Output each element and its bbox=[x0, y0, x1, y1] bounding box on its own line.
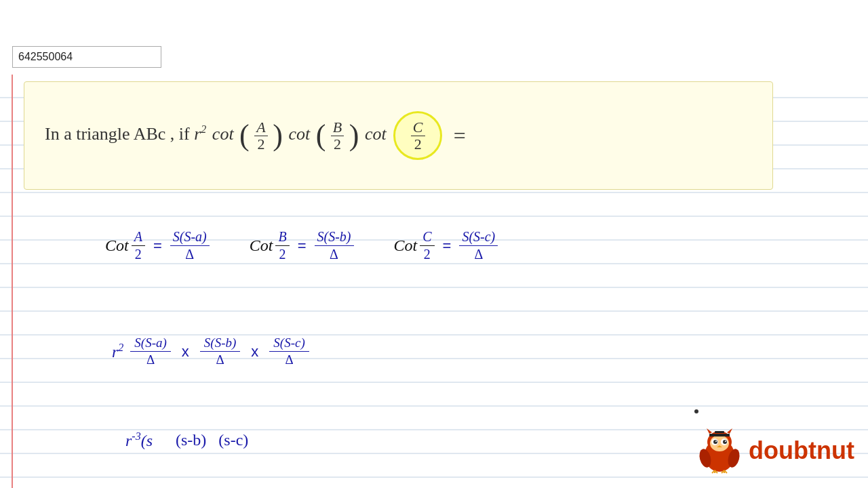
hw-frac-r2-2: S(S-b) Δ bbox=[200, 336, 240, 367]
hw-frac-C2: C 2 bbox=[420, 229, 434, 262]
cot2-label: cot bbox=[288, 124, 310, 144]
formula-row-1: Cot A 2 = S(S-a) Δ Cot B 2 = S(S-b) Δ Co… bbox=[105, 229, 500, 262]
svg-point-10 bbox=[713, 440, 717, 444]
hw-frac-B2: B 2 bbox=[275, 229, 289, 262]
paren-open-2: ( bbox=[316, 119, 326, 152]
hw-frac-ssb: S(S-b) Δ bbox=[315, 229, 354, 262]
frac-C-over-2: C 2 bbox=[411, 120, 425, 152]
svg-rect-15 bbox=[709, 434, 730, 436]
svg-marker-5 bbox=[707, 428, 712, 434]
question-equals: = bbox=[454, 123, 466, 148]
frac-B-over-2: B 2 bbox=[331, 120, 344, 152]
hw-eq2: = bbox=[298, 237, 307, 255]
svg-rect-16 bbox=[715, 431, 724, 433]
hw-eq3: = bbox=[443, 237, 452, 255]
hw-frac-ssc: S(S-c) Δ bbox=[459, 229, 498, 262]
hw-frac-A2: A 2 bbox=[132, 229, 145, 262]
hw-cot2: Cot bbox=[250, 237, 273, 255]
hw-cot3: Cot bbox=[394, 237, 418, 255]
question-prefix: In a triangle ABc , if bbox=[45, 124, 194, 144]
hw-frac-ssa: S(S-a) Δ bbox=[170, 229, 210, 262]
svg-point-13 bbox=[725, 441, 726, 442]
id-text: 642550064 bbox=[18, 51, 73, 63]
hw-eq1: = bbox=[153, 237, 162, 255]
frac-A-over-2: A 2 bbox=[254, 120, 267, 152]
r-squared: r2 bbox=[194, 124, 206, 144]
hw-frac-r2-3: S(S-c) Δ bbox=[269, 336, 309, 367]
formula-row-3: r-3(s (s-b) (s-c) bbox=[125, 430, 248, 450]
doubtnut-brand-text: doubtnut bbox=[749, 436, 854, 465]
id-bar: 642550064 bbox=[12, 46, 161, 68]
hw-frac-r2-1: S(S-a) Δ bbox=[130, 336, 170, 367]
hw-cot1: Cot bbox=[105, 237, 129, 255]
formula-row-2: r2 S(S-a) Δ x S(S-b) Δ x S(S-c) Δ bbox=[112, 336, 312, 367]
paren-close-2: ) bbox=[349, 119, 359, 152]
highlight-c-over-2: C 2 bbox=[393, 111, 442, 160]
cot3-label: cot bbox=[365, 124, 387, 144]
paren-close-1: ) bbox=[273, 119, 283, 152]
question-box: In a triangle ABc , if r2 cot ( A 2 ) co… bbox=[24, 81, 773, 190]
question-text: In a triangle ABc , if r2 cot ( A 2 ) co… bbox=[45, 111, 466, 160]
svg-marker-6 bbox=[727, 428, 732, 434]
hw-times1: x bbox=[182, 343, 189, 361]
doubtnut-logo: doubtnut bbox=[696, 427, 854, 474]
doubtnut-owl-icon bbox=[696, 427, 743, 474]
svg-point-11 bbox=[723, 440, 727, 444]
hw-row3-partial: (s-b) (s-c) bbox=[155, 431, 248, 449]
hw-times2: x bbox=[251, 343, 258, 361]
paren-open-1: ( bbox=[239, 119, 250, 152]
dot-indicator bbox=[694, 409, 698, 413]
hw-r3: r-3(s bbox=[125, 430, 153, 450]
cot1-label: cot bbox=[212, 124, 234, 144]
hw-r2: r2 bbox=[112, 342, 123, 361]
svg-point-12 bbox=[715, 441, 717, 442]
